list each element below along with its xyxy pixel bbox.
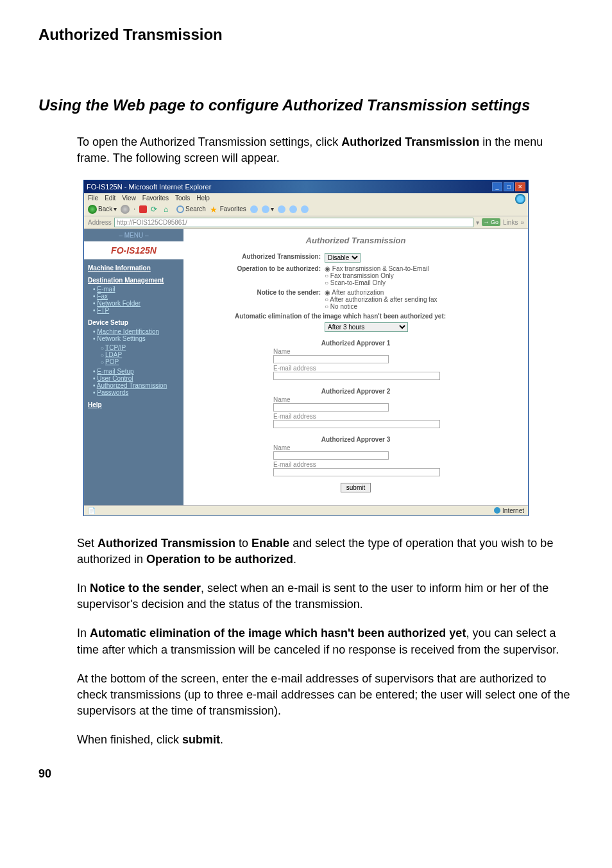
sidebar-item-tcpip[interactable]: TCP/IP: [105, 344, 126, 351]
p3-a: In: [77, 627, 90, 639]
auto-elim-select[interactable]: After 3 hours: [325, 322, 408, 332]
notice-opt-3[interactable]: ○ No notice: [325, 303, 515, 310]
home-icon: ⌂: [164, 205, 173, 214]
sidebar-machine-info[interactable]: Machine Information: [88, 265, 180, 272]
sidebar-brand: FO-IS125N: [84, 241, 183, 259]
search-icon: [176, 205, 184, 213]
status-zone: Internet: [494, 507, 524, 514]
discuss-button[interactable]: [301, 205, 309, 213]
menu-view[interactable]: View: [122, 195, 136, 202]
p1-d: .: [293, 553, 296, 566]
links-label[interactable]: Links: [503, 219, 518, 226]
sidebar-item-machine-ident[interactable]: Machine Identification: [97, 328, 159, 335]
search-button[interactable]: Search: [176, 205, 206, 213]
stop-button[interactable]: [139, 205, 147, 213]
address-label: Address: [88, 219, 112, 226]
operation-opt-1-label: Fax transmission & Scan-to-Email: [332, 265, 429, 272]
approver-2-email-input[interactable]: [273, 420, 440, 428]
page-number: 90: [38, 767, 574, 781]
operation-opt-2-label: Fax transmission Only: [330, 272, 394, 279]
webpage-main: Authorized Transmission Authorized Trans…: [183, 229, 528, 505]
menu-favorites[interactable]: Favorites: [142, 195, 169, 202]
address-input[interactable]: [114, 218, 473, 227]
prose-p2: In Notice to the sender, select when an …: [77, 580, 574, 612]
notice-opt-2[interactable]: ○ After authorization & after sending fa…: [325, 296, 515, 303]
approver-1-name-input[interactable]: [273, 355, 389, 363]
page-header: Authorized Transmission: [38, 26, 574, 44]
sidebar-item-network-folder[interactable]: Network Folder: [97, 300, 140, 307]
sidebar-item-email-setup[interactable]: E-mail Setup: [97, 368, 133, 375]
ie-content: – MENU – FO-IS125N Machine Information D…: [84, 229, 528, 505]
approver-1-title: Authorized Approver 1: [196, 340, 515, 347]
section-title: Using the Web page to configure Authoriz…: [38, 95, 574, 115]
address-dropdown-icon[interactable]: ▾: [476, 219, 479, 226]
operation-opt-1[interactable]: ◉ Fax transmission & Scan-to-Email: [325, 265, 515, 272]
refresh-button[interactable]: ⟳: [151, 205, 160, 214]
approver-1-email-input[interactable]: [273, 372, 440, 380]
approver-1-email-label: E-mail address: [273, 365, 515, 372]
approver-2-name-input[interactable]: [273, 403, 389, 412]
p2-a: In: [77, 582, 90, 595]
refresh-icon: ⟳: [151, 205, 160, 214]
close-icon[interactable]: ✕: [515, 182, 525, 191]
home-button[interactable]: ⌂: [164, 205, 173, 214]
operation-opt-2[interactable]: ○ Fax transmission Only: [325, 272, 515, 279]
mail-button[interactable]: ▾: [262, 205, 274, 213]
approver-3-email-input[interactable]: [273, 468, 440, 476]
sidebar-item-fax[interactable]: Fax: [97, 293, 108, 300]
back-icon: [88, 205, 97, 214]
minimize-icon[interactable]: _: [492, 182, 502, 191]
ie-toolbar: Back ▾ · ⟳ ⌂ Search ★Favorites ▾: [84, 203, 528, 216]
history-button[interactable]: [250, 205, 258, 213]
favorites-button[interactable]: ★Favorites: [210, 205, 246, 214]
sidebar-item-pop[interactable]: POP: [105, 358, 119, 365]
notice-opt-3-label: No notice: [330, 303, 357, 310]
sidebar-device-setup: Device Setup: [88, 319, 180, 326]
sidebar-item-passwords[interactable]: Passwords: [97, 389, 128, 396]
sidebar-item-user-control[interactable]: User Control: [97, 375, 133, 382]
sidebar-item-network-settings: Network Settings: [97, 335, 146, 342]
sidebar-item-ftp[interactable]: FTP: [97, 307, 109, 314]
menu-help[interactable]: Help: [196, 195, 210, 202]
internet-zone-icon: [494, 507, 500, 514]
sidebar-dest-mgmt[interactable]: Destination Management: [88, 277, 180, 284]
sidebar-item-email[interactable]: E-mail: [97, 286, 115, 293]
star-icon: ★: [210, 205, 219, 214]
notice-opt-1[interactable]: ◉ After authorization: [325, 289, 515, 296]
operation-label: Operation to be authorized:: [196, 265, 325, 286]
p1-mid1: to: [235, 537, 251, 550]
auth-trans-select[interactable]: Disable: [325, 253, 361, 263]
browser-screenshot: FO-IS125N - Microsoft Internet Explorer …: [83, 180, 529, 516]
sidebar-item-ldap[interactable]: LDAP: [105, 351, 122, 358]
operation-opt-3[interactable]: ○ Scan-to-Email Only: [325, 279, 515, 286]
menu-edit[interactable]: Edit: [105, 195, 115, 202]
edit-button[interactable]: [289, 205, 297, 213]
ie-menubar: File Edit View Favorites Tools Help: [84, 193, 528, 203]
p5-b: .: [220, 733, 223, 746]
approver-3-name-input[interactable]: [273, 451, 389, 460]
notice-opt-1-label: After authorization: [332, 289, 384, 296]
ie-address-bar: Address ▾ → Go Links »: [84, 216, 528, 229]
sidebar-help[interactable]: Help: [88, 401, 180, 408]
print-button[interactable]: [278, 205, 285, 213]
go-label: Go: [491, 219, 498, 225]
p1-a: Set: [77, 537, 98, 550]
status-left: 📄: [88, 507, 96, 514]
auth-trans-label: Authorized Transmission:: [196, 253, 325, 263]
history-icon: [250, 205, 258, 213]
menu-file[interactable]: File: [88, 195, 98, 202]
approver-2-name-label: Name: [273, 396, 515, 403]
maximize-icon[interactable]: □: [504, 182, 514, 191]
sidebar-item-authorized-transmission[interactable]: Authorized Transmission: [97, 382, 167, 389]
back-button[interactable]: Back ▾: [88, 205, 117, 214]
links-chevron-icon[interactable]: »: [520, 219, 524, 226]
notice-opt-2-label: After authorization & after sending fax: [330, 296, 437, 303]
forward-button[interactable]: [121, 205, 130, 214]
intro-paragraph: To open the Authorized Transmission sett…: [77, 134, 574, 166]
submit-button[interactable]: submit: [341, 483, 371, 492]
form-heading: Authorized Transmission: [196, 236, 515, 245]
menu-tools[interactable]: Tools: [175, 195, 190, 202]
go-button[interactable]: → Go: [482, 218, 501, 226]
approver-3-email-label: E-mail address: [273, 461, 515, 468]
approver-2-title: Authorized Approver 2: [196, 388, 515, 395]
